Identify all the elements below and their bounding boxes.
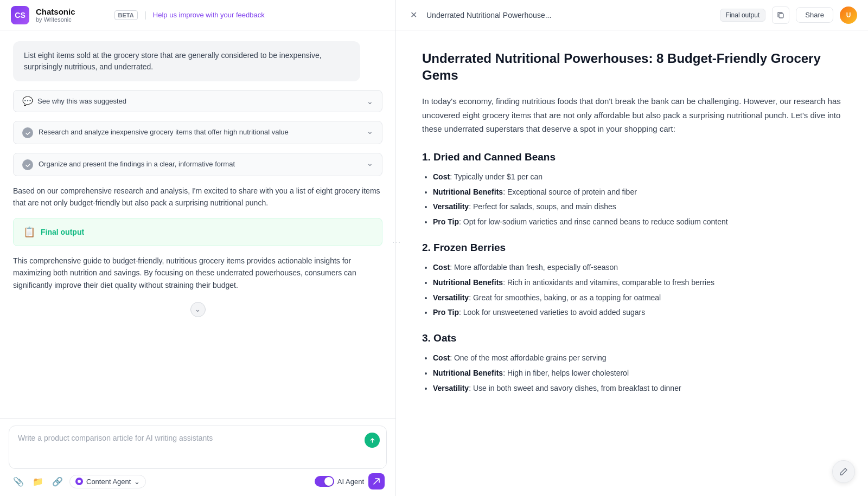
final-output-label: Final output — [41, 228, 84, 236]
svg-point-1 — [78, 480, 81, 483]
send-circle-button[interactable] — [365, 433, 380, 448]
share-button[interactable]: Share — [796, 7, 833, 23]
check-circle-2 — [22, 159, 33, 170]
see-why-row[interactable]: 💬 See why this was suggested ⌄ — [13, 90, 382, 112]
input-toolbar: 📎 📁 🔗 Content Agent ⌄ AI Agent — [9, 473, 387, 489]
beta-badge: BETA — [114, 10, 138, 20]
brand-text: Chatsonic by Writesonic — [36, 7, 75, 23]
bullet-1-1: Cost: Typically under $1 per can — [433, 171, 842, 184]
close-button[interactable]: ✕ — [407, 9, 420, 22]
see-why-text: See why this was suggested — [37, 97, 362, 105]
toggle-thumb — [324, 477, 333, 486]
section-title-3: 3. Oats — [422, 332, 842, 344]
summary-text: This comprehensive guide to budget-frien… — [13, 255, 382, 291]
bullet-2-2: Nutritional Benefits: Rich in antioxidan… — [433, 276, 842, 289]
bullet-2-4: Pro Tip: Look for unsweetened varieties … — [433, 306, 842, 319]
section-title-2: 2. Frozen Berries — [422, 242, 842, 254]
prose-text: Based on our comprehensive research and … — [13, 185, 382, 209]
user-avatar: U — [840, 7, 857, 24]
app-header: CS Chatsonic by Writesonic BETA | Help u… — [0, 0, 395, 30]
submit-button[interactable] — [368, 473, 385, 489]
scroll-indicator: ⌄ — [13, 300, 382, 319]
chat-bubble-icon: 💬 — [22, 96, 33, 106]
bullet-1-3: Versatility: Perfect for salads, soups, … — [433, 201, 842, 214]
section-bullets-2: Cost: More affordable than fresh, especi… — [422, 261, 842, 319]
agent-chevron-icon: ⌄ — [134, 478, 140, 486]
user-message: List eight items sold at the grocery sto… — [13, 41, 360, 81]
feedback-link[interactable]: Help us improve with your feedback — [153, 11, 265, 19]
chat-area: List eight items sold at the grocery sto… — [0, 30, 395, 418]
ai-agent-toggle-container: AI Agent — [315, 476, 364, 487]
folder-icon[interactable]: 📁 — [30, 474, 46, 489]
input-area: 📎 📁 🔗 Content Agent ⌄ AI Agent — [0, 418, 395, 496]
section-title-1: 1. Dried and Canned Beans — [422, 151, 842, 163]
chevron-down-icon: ⌄ — [367, 97, 373, 106]
chat-input[interactable] — [18, 433, 378, 452]
article-content: Underrated Nutritional Powerhouses: 8 Bu… — [396, 30, 868, 496]
link-icon[interactable]: 🔗 — [50, 474, 65, 489]
logo-avatar: CS — [11, 6, 29, 24]
left-panel: CS Chatsonic by Writesonic BETA | Help u… — [0, 0, 396, 496]
agent-dot — [75, 478, 83, 485]
bullet-2-1: Cost: More affordable than fresh, especi… — [433, 261, 842, 274]
article-intro: In today's economy, finding nutritious f… — [422, 94, 842, 136]
document-icon: 📋 — [23, 226, 35, 238]
header-separator: | — [144, 10, 146, 20]
task-text-1: Research and analyze inexpensive grocery… — [39, 127, 289, 138]
final-output-card[interactable]: 📋 Final output — [13, 218, 382, 246]
input-box — [9, 426, 387, 469]
bullet-1-2: Nutritional Benefits: Exceptional source… — [433, 186, 842, 199]
bullet-2-3: Versatility: Great for smoothies, baking… — [433, 292, 842, 305]
agent-label: Content Agent — [86, 478, 131, 486]
toggle-label: AI Agent — [337, 478, 364, 486]
task-chevron-2: ⌄ — [367, 159, 373, 168]
doc-title: Underrated Nutritional Powerhouse... — [426, 11, 713, 20]
bullet-3-2: Nutritional Benefits: High in fiber, hel… — [433, 367, 842, 380]
floating-edit-button[interactable] — [832, 460, 855, 483]
scroll-down-button[interactable]: ⌄ — [190, 302, 206, 317]
final-output-badge: Final output — [720, 9, 766, 22]
task-chevron-1: ⌄ — [367, 127, 373, 136]
ai-agent-toggle[interactable] — [315, 476, 334, 487]
task-item-2[interactable]: Organize and present the findings in a c… — [13, 153, 382, 176]
attachment-icon[interactable]: 📎 — [11, 474, 26, 489]
resize-handle[interactable]: ⋮ — [394, 30, 398, 453]
bullet-3-3: Versatility: Use in both sweet and savor… — [433, 382, 842, 395]
agent-selector[interactable]: Content Agent ⌄ — [69, 475, 146, 488]
copy-button[interactable] — [772, 7, 789, 24]
check-circle-1 — [22, 127, 33, 138]
right-panel: ✕ Underrated Nutritional Powerhouse... F… — [396, 0, 868, 496]
section-bullets-3: Cost: One of the most affordable grains … — [422, 352, 842, 395]
article-title: Underrated Nutritional Powerhouses: 8 Bu… — [422, 50, 842, 83]
svg-rect-2 — [779, 14, 783, 18]
task-text-2: Organize and present the findings in a c… — [39, 159, 235, 170]
task-item-1[interactable]: Research and analyze inexpensive grocery… — [13, 121, 382, 144]
bullet-1-4: Pro Tip: Opt for low-sodium varieties an… — [433, 216, 842, 229]
brand-name: Chatsonic — [36, 7, 75, 16]
bullet-3-1: Cost: One of the most affordable grains … — [433, 352, 842, 365]
brand-sub: by Writesonic — [36, 16, 75, 23]
section-bullets-1: Cost: Typically under $1 per can Nutriti… — [422, 171, 842, 229]
right-panel-header: ✕ Underrated Nutritional Powerhouse... F… — [396, 0, 868, 30]
